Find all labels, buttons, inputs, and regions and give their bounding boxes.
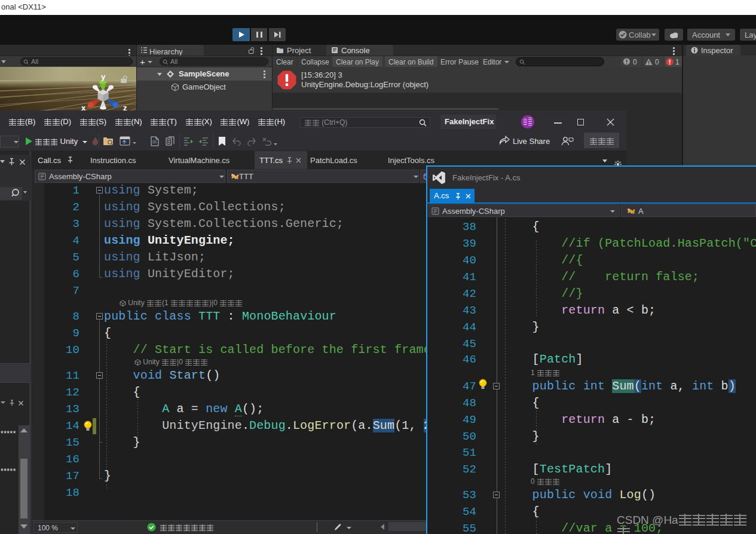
svg-text:y: y <box>101 73 106 81</box>
